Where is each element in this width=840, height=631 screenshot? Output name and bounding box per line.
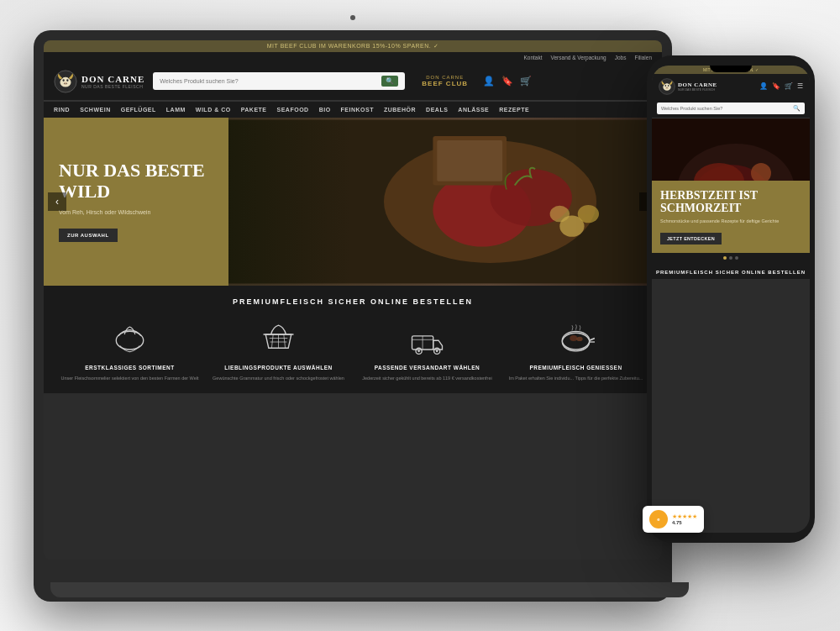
mobile-logo[interactable]: DON CARNE NUR DAS BESTE FLEISCH bbox=[659, 78, 717, 95]
feature-produkte-icon bbox=[258, 318, 300, 360]
rating-badge: e ★★★★★ 4.75 bbox=[643, 506, 704, 533]
mobile-dot-1[interactable] bbox=[723, 256, 727, 260]
beef-club-logo: DON CARNE BEEF CLUB bbox=[422, 75, 468, 87]
svg-point-26 bbox=[570, 335, 577, 341]
svg-point-32 bbox=[668, 85, 669, 87]
feature-geniessen-title: PREMIUMFLEISCH GENIESSEN bbox=[529, 365, 622, 371]
search-button[interactable]: 🔍 bbox=[381, 76, 398, 87]
feature-versand: PASSENDE VERSANDART WÄHLEN Jederzeit sic… bbox=[358, 318, 496, 382]
logo-subtitle: NUR DAS BESTE FLEISCH bbox=[81, 84, 144, 89]
svg-rect-16 bbox=[437, 139, 502, 181]
feature-versand-title: PASSENDE VERSANDART WÄHLEN bbox=[375, 365, 480, 371]
webcam bbox=[350, 15, 355, 20]
svg-rect-17 bbox=[228, 119, 351, 283]
mobile-features-title: PREMIUMFLEISCH SICHER ONLINE BESTELLEN bbox=[652, 263, 810, 279]
nav-geflugel[interactable]: GEFLÜGEL bbox=[121, 107, 156, 113]
account-icon[interactable]: 👤 bbox=[483, 76, 495, 87]
food-illustration bbox=[228, 118, 662, 286]
feature-versand-icon bbox=[407, 318, 449, 360]
rating-logo: e bbox=[649, 510, 668, 528]
logo-area[interactable]: DON CARNE NUR DAS BESTE FLEISCH bbox=[54, 70, 144, 93]
nav-versand[interactable]: Versand & Verpackung bbox=[551, 55, 606, 60]
svg-point-27 bbox=[576, 337, 582, 341]
nav-filialen[interactable]: Filialen bbox=[634, 55, 652, 60]
features-grid: ERSTKLASSIGES SORTIMENT Unser Fleischsom… bbox=[60, 318, 645, 382]
mobile-search-icon: 🔍 bbox=[793, 105, 801, 112]
svg-point-13 bbox=[578, 204, 599, 222]
mobile-dot-2[interactable] bbox=[729, 256, 732, 260]
nav-anlasse[interactable]: ANLÄSSE bbox=[458, 107, 489, 113]
mobile-menu-icon[interactable]: ☰ bbox=[797, 82, 803, 90]
rating-label: e bbox=[657, 517, 659, 522]
mobile-logo-name: DON CARNE bbox=[678, 82, 717, 88]
main-header: DON CARNE NUR DAS BESTE FLEISCH 🔍 DON CA… bbox=[44, 63, 662, 101]
nav-pakete[interactable]: PAKETE bbox=[241, 107, 267, 113]
wishlist-icon[interactable]: 🔖 bbox=[501, 76, 513, 87]
mobile-wishlist-icon[interactable]: 🔖 bbox=[772, 82, 780, 90]
svg-point-24 bbox=[562, 333, 589, 351]
mobile-header: DON CARNE NUR DAS BESTE FLEISCH 👤 🔖 🛒 ☰ bbox=[652, 74, 810, 99]
announcement-bar: MIT BEEF CLUB IM WARENKORB 15%-10% SPARE… bbox=[44, 40, 662, 52]
hero-content: NUR DAS BESTE WILD Vom Reh, Hirsch oder … bbox=[44, 118, 228, 286]
header-icons: 👤 🔖 🛒 bbox=[483, 76, 532, 87]
feature-sortiment-desc: Unser Fleischsommelier selektiert von de… bbox=[60, 376, 198, 382]
nav-schwein[interactable]: SCHWEIN bbox=[80, 107, 111, 113]
svg-point-22 bbox=[417, 350, 420, 352]
mobile-features-title-text: PREMIUMFLEISCH SICHER ONLINE BESTELLEN bbox=[656, 270, 806, 275]
top-nav: Kontakt Versand & Verpackung Jobs Filial… bbox=[44, 52, 662, 63]
mobile-device: MIT BEEF CLUB SPAREN. ✓ bbox=[647, 55, 815, 543]
mobile-cart-icon[interactable]: 🛒 bbox=[785, 82, 793, 90]
feature-geniessen-desc: Im Paket erhalten Sie individu... Tipps … bbox=[509, 376, 643, 382]
search-bar[interactable]: 🔍 bbox=[153, 72, 405, 90]
logo-name: DON CARNE bbox=[81, 74, 144, 84]
nav-seafood[interactable]: SEAFOOD bbox=[277, 107, 309, 113]
logo-text-area: DON CARNE NUR DAS BESTE FLEISCH bbox=[81, 74, 144, 89]
nav-wild[interactable]: WILD & CO bbox=[196, 107, 231, 113]
rating-info: ★★★★★ 4.75 bbox=[672, 513, 697, 525]
hero-title: NUR DAS BESTE WILD bbox=[59, 160, 213, 201]
feature-geniessen-icon bbox=[555, 318, 597, 360]
nav-feinkost[interactable]: FEINKOST bbox=[341, 107, 374, 113]
feature-versand-desc: Jederzeit sicher gekühlt und bereits ab … bbox=[362, 376, 491, 382]
svg-point-34 bbox=[666, 87, 667, 88]
nav-lamm[interactable]: LAMM bbox=[166, 107, 186, 113]
svg-point-35 bbox=[667, 87, 668, 88]
mobile-logo-sub: NUR DAS BESTE FLEISCH bbox=[678, 88, 717, 92]
mobile-account-icon[interactable]: 👤 bbox=[759, 82, 768, 90]
nav-bio[interactable]: BIO bbox=[319, 107, 331, 113]
hero-prev-arrow[interactable]: ‹ bbox=[48, 192, 66, 211]
svg-point-3 bbox=[63, 79, 65, 82]
mobile-hero-cta-button[interactable]: JETZT ENTDECKEN bbox=[660, 233, 722, 245]
nav-deals[interactable]: DEALS bbox=[426, 107, 448, 113]
beef-club-area[interactable]: DON CARNE BEEF CLUB bbox=[422, 75, 468, 87]
nav-kontakt[interactable]: Kontakt bbox=[523, 55, 542, 60]
scene: MIT BEEF CLUB IM WARENKORB 15%-10% SPARE… bbox=[17, 13, 823, 618]
mobile-search-bar[interactable]: Welches Produkt suchen Sie? 🔍 bbox=[657, 103, 805, 114]
feature-sortiment: ERSTKLASSIGES SORTIMENT Unser Fleischsom… bbox=[60, 318, 199, 382]
feature-geniessen: PREMIUMFLEISCH GENIESSEN Im Paket erhalt… bbox=[507, 318, 645, 382]
mobile-dot-3[interactable] bbox=[735, 256, 738, 260]
rating-stars: ★★★★★ bbox=[672, 513, 697, 520]
mobile-notch bbox=[710, 66, 752, 72]
hero-food-background bbox=[228, 118, 662, 286]
svg-point-4 bbox=[66, 79, 68, 82]
cart-icon[interactable]: 🛒 bbox=[520, 76, 532, 87]
mobile-search-placeholder: Welches Produkt suchen Sie? bbox=[661, 106, 793, 111]
nav-rezepte[interactable]: REZEPTE bbox=[499, 107, 529, 113]
rating-score: 4.75 bbox=[672, 520, 697, 525]
hero-cta-button[interactable]: ZUR AUSWAHL bbox=[59, 229, 118, 242]
hero-subtitle: Vom Reh, Hirsch oder Wildschwein bbox=[59, 208, 213, 217]
svg-point-14 bbox=[550, 205, 570, 221]
search-input[interactable] bbox=[160, 78, 381, 84]
nav-jobs[interactable]: Jobs bbox=[615, 55, 627, 60]
mobile-bull-icon bbox=[659, 78, 675, 95]
features-section-title: PREMIUMFLEISCH SICHER ONLINE BESTELLEN bbox=[60, 297, 645, 306]
svg-point-23 bbox=[436, 350, 438, 352]
feature-produkte-desc: Gewünschte Grammatur und frisch oder sch… bbox=[213, 376, 344, 382]
nav-zubehor[interactable]: ZUBEHÖR bbox=[384, 107, 416, 113]
laptop-base bbox=[50, 582, 689, 597]
nav-rind[interactable]: RIND bbox=[54, 107, 70, 113]
beef-club-bottom: BEEF CLUB bbox=[422, 80, 468, 87]
feature-sortiment-title: ERSTKLASSIGES SORTIMENT bbox=[85, 365, 174, 371]
mobile-hero-section: HERBSTZEIT IST SCHMORZEIT Schmorstücke u… bbox=[652, 118, 810, 253]
